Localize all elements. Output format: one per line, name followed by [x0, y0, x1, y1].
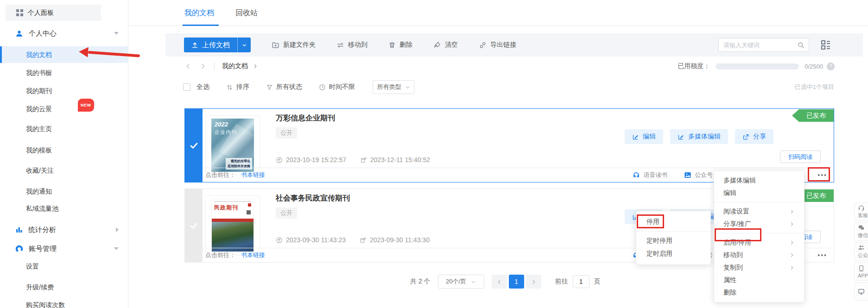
select-all-label[interactable]: 全选 — [196, 83, 209, 91]
chevron-right-icon — [789, 240, 795, 245]
sidebar: 个人面板 个人中心 我的文档 我的书橱 我的期刊 我的云景 NEW 我的主页 我… — [0, 0, 128, 308]
sidebar-section-personal-center[interactable]: 个人中心 — [0, 28, 128, 39]
chevron-left-icon — [496, 279, 502, 285]
search-icon[interactable] — [797, 41, 805, 49]
submenu-item-scheduled-enable[interactable]: 定时启用 — [636, 247, 710, 260]
card1-thumbnail[interactable]: 2022 企业内刊 领先的全球化 应用软件开发商 — [205, 115, 260, 175]
share-icon — [742, 133, 749, 140]
search-input[interactable] — [719, 38, 809, 51]
people-icon — [858, 244, 865, 251]
sidebar-item-upgrade[interactable]: 升级/续费 — [26, 282, 54, 293]
menu-item-enable-disable[interactable]: 启用/停用 — [714, 236, 804, 249]
menu-item-copy-to[interactable]: 复制到 — [714, 261, 804, 274]
back-icon[interactable] — [184, 63, 192, 70]
more-actions-button[interactable]: ••• — [817, 248, 827, 263]
official-account-widget[interactable]: 公众号 — [854, 242, 868, 261]
card2-select-strip[interactable] — [185, 189, 203, 262]
book-link[interactable]: 书本链接 — [241, 251, 265, 259]
menu-item-read-settings[interactable]: 阅读设置 — [714, 205, 804, 218]
check-icon — [189, 141, 199, 151]
menu-item-delete[interactable]: 删除 — [714, 286, 804, 299]
book-link[interactable]: 书本链接 — [241, 171, 265, 179]
new-folder-button[interactable]: 新建文件夹 — [272, 41, 316, 49]
time-text: 时间不限 — [329, 83, 355, 91]
sidebar-section-account[interactable]: 账号管理 — [0, 243, 128, 254]
card2-thumbnail[interactable]: 民政期刊 — [205, 195, 260, 255]
share-button[interactable]: 分享 — [735, 129, 773, 144]
wechat-widget[interactable]: 微信 — [854, 222, 868, 241]
updated-date: 2023-09-30 11:43:30 — [360, 236, 430, 244]
menu-item-edit[interactable]: 编辑 — [714, 187, 804, 199]
sort-text: 排序 — [236, 83, 249, 91]
select-all-checkbox[interactable] — [183, 83, 190, 91]
tab-my-documents[interactable]: 我的文档 — [184, 8, 214, 18]
media-edit-button[interactable]: 多媒体编辑 — [670, 129, 728, 144]
sidebar-item-private-traffic[interactable]: 私域流量池 — [26, 203, 58, 214]
menu-item-media-edit[interactable]: 多媒体编辑 — [714, 174, 804, 187]
forward-icon[interactable] — [199, 63, 207, 70]
customer-service-widget[interactable]: 客服 — [854, 202, 868, 221]
voice-read-button[interactable]: 语音读书 — [633, 171, 667, 179]
type-filter-select[interactable]: 所有类型 — [373, 80, 414, 94]
wechat-official-button[interactable]: 公众号 — [684, 171, 713, 179]
help-icon[interactable]: ? — [827, 63, 835, 70]
submenu-item-disable[interactable]: 停用 — [636, 215, 710, 228]
menu-item-share-promote[interactable]: 分享/推广 — [714, 218, 804, 230]
select-all-text: 全选 — [196, 83, 209, 91]
sidebar-item-buy-reads[interactable]: 购买阅读次数 — [26, 299, 65, 308]
menu-item-move-to[interactable]: 移动到 — [714, 249, 804, 261]
scan-read-button[interactable]: 扫码阅读 — [780, 151, 821, 163]
upload-document-button[interactable]: 上传文档 — [184, 38, 237, 52]
dashboard-grid-icon — [16, 9, 23, 16]
delete-button[interactable]: 删除 — [388, 41, 412, 49]
breadcrumb-current[interactable]: 我的文档 — [222, 62, 248, 70]
page-size-select[interactable]: 20个/页 — [438, 275, 484, 289]
menu-share-promote-label: 分享/推广 — [723, 220, 751, 228]
sidebar-item-my-homepage[interactable]: 我的主页 — [26, 123, 52, 134]
card1-cover-image: 2022 企业内刊 领先的全球化 应用软件开发商 — [211, 119, 254, 172]
export-link-button[interactable]: 导出链接 — [479, 41, 516, 49]
sidebar-item-favorites[interactable]: 收藏/关注 — [26, 165, 54, 176]
menu-item-properties[interactable]: 属性 — [714, 274, 804, 286]
next-page-button[interactable] — [526, 275, 541, 289]
sidebar-item-my-templates[interactable]: 我的模板 — [26, 145, 52, 156]
time-filter-button[interactable]: 时间不限 — [319, 83, 355, 91]
view-toggle-icon[interactable] — [820, 39, 831, 50]
created-date-text: 2023-09-30 11:43:23 — [286, 236, 346, 244]
edit-button[interactable]: 编辑 — [625, 129, 663, 144]
chevron-down-icon — [405, 85, 410, 90]
card1-select-strip[interactable] — [185, 109, 203, 182]
prev-page-button[interactable] — [492, 275, 507, 289]
sidebar-item-my-documents[interactable]: 我的文档 — [0, 46, 128, 63]
my-bookshelf-label: 我的书橱 — [26, 69, 52, 76]
chevron-right-icon — [789, 265, 795, 270]
breadcrumb-divider — [214, 62, 215, 70]
page-1-button[interactable]: 1 — [509, 275, 524, 289]
app-widget[interactable]: APP — [854, 262, 868, 281]
sidebar-item-my-bookshelf[interactable]: 我的书橱 — [26, 67, 52, 78]
upload-dropdown-button[interactable] — [237, 38, 251, 52]
move-to-button[interactable]: 移动到 — [336, 41, 367, 49]
sidebar-section-statistics[interactable]: 统计分析 — [0, 224, 128, 235]
sidebar-item-dashboard[interactable]: 个人面板 — [6, 5, 101, 21]
document-title[interactable]: 万彩信息企业期刊 — [276, 113, 335, 123]
clear-button[interactable]: 清空 — [433, 41, 458, 49]
document-title[interactable]: 社会事务民政宣传期刊 — [276, 194, 350, 203]
sidebar-item-my-cloudview[interactable]: 我的云景 NEW — [26, 103, 52, 114]
sidebar-item-my-journals[interactable]: 我的期刊 — [26, 85, 52, 96]
extra-widget[interactable] — [854, 282, 868, 301]
tab-recycle-bin[interactable]: 回收站 — [235, 8, 258, 18]
sort-button[interactable]: 排序 — [226, 83, 249, 91]
modified-time-icon — [360, 237, 367, 244]
submenu-item-scheduled-disable[interactable]: 定时停用 — [636, 234, 710, 247]
status-filter-button[interactable]: 所有状态 — [266, 83, 302, 91]
submenu-divider — [636, 231, 710, 232]
more-actions-button[interactable]: ••• — [817, 168, 827, 182]
sidebar-item-settings[interactable]: 设置 — [26, 261, 39, 272]
account-ring-icon — [15, 245, 23, 253]
phone-icon — [858, 265, 865, 272]
sidebar-item-notifications[interactable]: 我的通知 — [26, 186, 52, 197]
chevron-right-icon — [789, 209, 795, 214]
chevron-down-icon — [114, 247, 119, 250]
goto-page-input[interactable] — [573, 275, 589, 288]
